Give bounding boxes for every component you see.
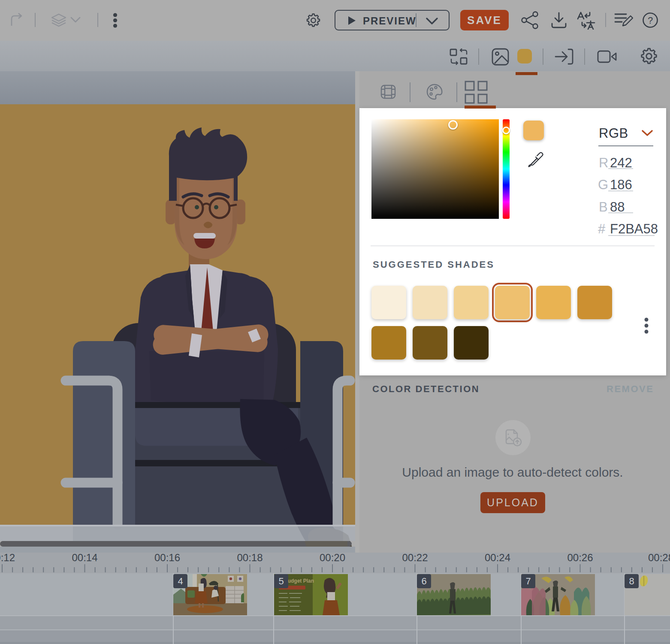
svg-text:00:20: 00:20 bbox=[320, 553, 345, 563]
svg-text:00:16: 00:16 bbox=[154, 553, 180, 563]
svg-text:00:26: 00:26 bbox=[567, 553, 593, 563]
svg-text:5: 5 bbox=[278, 576, 284, 587]
svg-text:?: ? bbox=[648, 15, 653, 26]
svg-text:00:24: 00:24 bbox=[485, 553, 510, 563]
svg-text:8: 8 bbox=[629, 576, 634, 587]
svg-text:00:28: 00:28 bbox=[648, 553, 670, 563]
svg-text:Budget Plan: Budget Plan bbox=[284, 578, 314, 584]
svg-text:00:22: 00:22 bbox=[402, 553, 428, 563]
svg-text:00:12: 00:12 bbox=[0, 553, 15, 563]
svg-text:4: 4 bbox=[178, 576, 183, 587]
svg-text:7: 7 bbox=[525, 576, 531, 587]
svg-text:00:14: 00:14 bbox=[72, 553, 97, 563]
svg-text:6: 6 bbox=[421, 576, 426, 587]
svg-text:00:18: 00:18 bbox=[237, 553, 263, 563]
